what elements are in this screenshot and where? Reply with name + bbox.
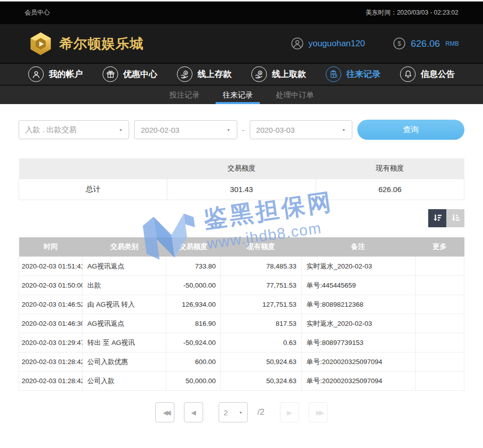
cell-amount: -50,924.00: [166, 333, 221, 352]
table-row: 2020-02-03 01:50:00 出款 -50,000.00 77,751…: [19, 276, 464, 295]
cell-balance: 78,485.33: [221, 257, 301, 276]
cell-balance: 0.63: [221, 333, 301, 352]
table-row: 2020-02-03 01:46:52 由 AG视讯 转入 126,934.00…: [19, 295, 464, 314]
cell-time: 2020-02-03 01:28:42: [19, 372, 83, 391]
table-row: 2020-02-03 01:46:30 AG视讯返点 816.90 817.53…: [19, 314, 464, 333]
header-account-area: youguohan120 $ 626.06 RMB: [291, 37, 459, 50]
summary-table: 交易额度 现有额度 总计 301.43 626.06: [19, 158, 464, 200]
date-from-select[interactable]: 2020-02-03 ▼: [134, 120, 237, 139]
withdraw-icon: $: [251, 66, 267, 82]
tab-transaction-records[interactable]: 往来记录: [216, 86, 260, 104]
cell-more: [415, 295, 464, 314]
cell-remark: 实时返水_2020-02-03: [301, 314, 415, 333]
deposit-icon: ¥: [177, 66, 192, 82]
cell-remark: 单号:80897739153: [301, 333, 415, 352]
col-header-balance: 现有额度: [221, 237, 301, 257]
next-page-button[interactable]: ▶: [280, 402, 299, 422]
tab-label: 投注记录: [169, 91, 200, 100]
records-table: 时间 交易类别 交易额度 现有额度 备注 更多 2020-02-03 01:51…: [19, 237, 464, 391]
nav-item-withdraw[interactable]: $ 线上取款: [251, 66, 306, 82]
sort-ascending-icon: [450, 213, 461, 224]
table-row: 2020-02-03 01:29:47 转出 至 AG视讯 -50,924.00…: [19, 333, 464, 352]
meta-bar: 会员中心 美东时间：2020/03/03 - 02:23:02: [0, 2, 483, 24]
cell-remark: 单号:445445659: [301, 276, 415, 295]
date-to-value: 2020-03-03: [256, 126, 295, 134]
summary-header-current-balance: 现有额度: [316, 158, 464, 178]
tab-processing-orders[interactable]: 处理中订单: [269, 86, 321, 104]
cell-balance: 127,751.53: [221, 295, 301, 314]
currency-label: RMB: [445, 40, 459, 47]
cell-time: 2020-02-03 01:46:52: [19, 295, 83, 314]
right-arrow-icon: ▶: [287, 409, 292, 416]
cell-remark: 单号:2020020325097094: [301, 372, 415, 391]
user-chip[interactable]: youguohan120: [291, 37, 365, 50]
double-left-arrow-icon: ◀◀: [163, 409, 169, 416]
page-number-select[interactable]: 2 ▼: [219, 402, 248, 422]
cell-remark: 实时返水_2020-02-03: [301, 257, 415, 276]
summary-total-amount: 301.43: [167, 178, 316, 200]
cell-time: 2020-02-03 01:29:47: [19, 333, 83, 352]
member-center-label: 会员中心: [25, 9, 50, 17]
cell-amount: 600.00: [166, 352, 221, 372]
nav-item-deposit[interactable]: ¥ 线上存款: [177, 66, 232, 82]
total-pages-label: /2: [257, 407, 264, 417]
cell-amount: 50,000.00: [166, 372, 221, 391]
records-header-row: 时间 交易类别 交易额度 现有额度 备注 更多: [19, 237, 464, 257]
transaction-type-select[interactable]: 入款 . 出款交易 ▼: [19, 120, 129, 139]
col-header-more: 更多: [415, 237, 464, 257]
cell-amount: 733.80: [166, 257, 221, 276]
svg-text:$: $: [259, 71, 261, 74]
cell-balance: 50,924.63: [221, 352, 301, 372]
cell-type: 由 AG视讯 转入: [82, 295, 166, 314]
nav-label: 我的帐户: [49, 68, 83, 80]
cell-type: AG视讯返点: [82, 257, 166, 276]
date-to-select[interactable]: 2020-03-03 ▼: [250, 120, 352, 139]
cell-remark: 单号:2020020325097094: [301, 352, 415, 372]
cell-more: [415, 276, 464, 295]
sort-ascending-button[interactable]: [446, 209, 464, 227]
nav-label: 线上取款: [272, 68, 306, 80]
col-header-amount: 交易额度: [166, 237, 221, 257]
left-arrow-icon: ◀: [191, 409, 196, 416]
gold-cube-logo-icon: [29, 32, 53, 56]
main-content: 入款 . 出款交易 ▼ 2020-02-03 ▼ - 2020-03-03 ▼ …: [0, 120, 483, 422]
site-logo[interactable]: 希尔顿娱乐城: [29, 32, 144, 56]
cell-time: 2020-02-03 01:50:00: [19, 276, 83, 295]
balance-chip[interactable]: $ 626.06 RMB: [393, 37, 459, 50]
chevron-down-icon: ▼: [119, 128, 123, 132]
summary-header-empty: [19, 158, 167, 178]
col-header-type: 交易类别: [82, 237, 166, 257]
server-time: 美东时间：2020/03/03 - 02:23:02: [365, 9, 458, 17]
current-page-value: 2: [224, 408, 228, 417]
chevron-down-icon: ▼: [239, 410, 243, 414]
first-page-button[interactable]: ◀◀: [155, 402, 174, 422]
cell-type: 公司入款: [82, 372, 166, 391]
chevron-down-icon: ▼: [227, 128, 231, 132]
sort-descending-icon: [432, 213, 443, 224]
svg-text:¥: ¥: [184, 71, 186, 74]
query-button[interactable]: 查询: [357, 120, 464, 140]
summary-header-row: 交易额度 现有额度: [19, 158, 464, 178]
tab-betting-records[interactable]: 投注记录: [162, 86, 207, 104]
cell-time: 2020-02-03 01:51:41: [19, 257, 83, 276]
bell-icon: [400, 66, 416, 82]
records-icon: [326, 66, 341, 82]
cell-type: 转出 至 AG视讯: [82, 333, 166, 352]
nav-item-my-account[interactable]: 我的帐户: [28, 66, 83, 82]
last-page-button[interactable]: ▶▶: [309, 402, 328, 422]
nav-item-announcements[interactable]: 信息公告: [400, 66, 455, 82]
nav-label: 线上存款: [198, 68, 232, 80]
cell-more: [415, 352, 464, 372]
col-header-time: 时间: [19, 237, 83, 257]
site-header: 希尔顿娱乐城 youguohan120 $ 626.06 RMB: [0, 24, 483, 63]
nav-item-transaction-records[interactable]: 往来记录: [326, 66, 380, 82]
sort-descending-button[interactable]: [428, 209, 446, 227]
summary-total-row: 总计 301.43 626.06: [19, 178, 464, 200]
nav-item-promotions[interactable]: 优惠中心: [103, 66, 157, 82]
cell-time: 2020-02-03 01:28:42: [19, 352, 83, 372]
col-header-remark: 备注: [301, 237, 415, 257]
previous-page-button[interactable]: ◀: [184, 402, 203, 422]
cell-balance: 50,324.63: [221, 372, 301, 391]
table-row: 2020-02-03 01:28:42 公司入款优惠 600.00 50,924…: [19, 352, 464, 372]
main-nav: 我的帐户 优惠中心 ¥ 线上存款 $: [0, 63, 483, 84]
